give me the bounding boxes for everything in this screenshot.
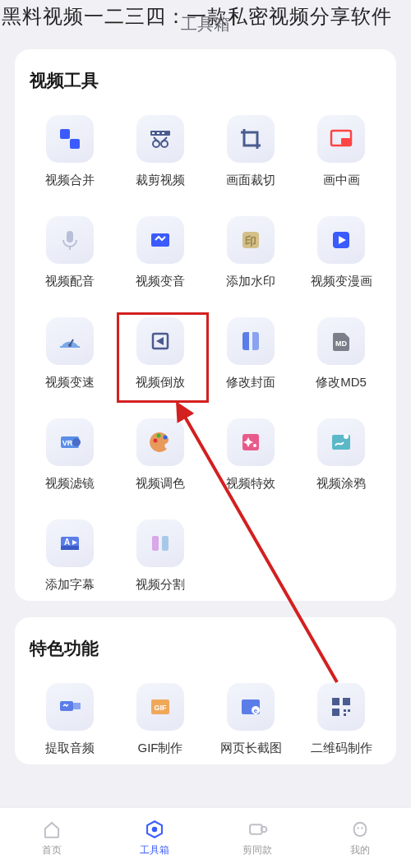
svg-rect-42 — [73, 703, 81, 709]
tool-label: 二维码制作 — [311, 741, 372, 756]
md5-icon: MD — [317, 317, 365, 365]
svg-rect-52 — [348, 709, 350, 712]
video-tools-card: 视频工具 视频合并裁剪视频画面裁切画中画视频配音视频变音印添加水印视频变漫画视频… — [15, 49, 396, 601]
section-title-featured: 特色功能 — [30, 637, 381, 660]
voice-icon — [136, 216, 184, 264]
svg-point-58 — [261, 827, 266, 833]
filter-icon: VR — [46, 418, 94, 466]
svg-marker-23 — [156, 337, 164, 345]
tool-label: 视频变速 — [45, 375, 95, 390]
tool-filter[interactable]: VR视频滤镜 — [30, 418, 110, 492]
speed-icon — [46, 317, 94, 365]
tool-label: 视频特效 — [226, 476, 275, 492]
merge-icon — [46, 115, 94, 163]
tool-label: 视频变音 — [136, 274, 185, 289]
bottom-nav: 首页工具箱剪同款我的 — [0, 807, 411, 868]
nav-label: 首页 — [42, 843, 62, 857]
tool-cover[interactable]: 修改封面 — [210, 317, 291, 390]
tool-label: 画面裁切 — [226, 173, 275, 188]
toolbox-icon — [144, 819, 165, 840]
svg-rect-12 — [67, 231, 73, 242]
nav-template[interactable]: 剪同款 — [206, 808, 308, 868]
tool-label: 视频合并 — [45, 173, 95, 188]
tool-label: 视频变漫画 — [311, 274, 372, 289]
tool-doodle[interactable]: 视频涂鸦 — [301, 418, 381, 492]
nav-home[interactable]: 首页 — [0, 808, 103, 868]
home-icon — [41, 819, 62, 840]
tool-label: GIF制作 — [138, 741, 183, 756]
featured-extract-audio[interactable]: 提取音频 — [30, 683, 110, 756]
svg-point-32 — [253, 444, 256, 447]
tool-merge[interactable]: 视频合并 — [30, 115, 110, 188]
featured-longshot[interactable]: e网页长截图 — [210, 683, 291, 756]
svg-point-60 — [357, 827, 358, 829]
tool-label: 添加水印 — [226, 274, 275, 289]
tool-label: 视频调色 — [136, 476, 185, 492]
tool-speed[interactable]: 视频变速 — [30, 317, 110, 390]
svg-text:VR: VR — [62, 439, 73, 447]
svg-point-21 — [68, 344, 72, 347]
fx-icon — [227, 418, 275, 466]
nav-profile[interactable]: 我的 — [308, 808, 411, 868]
svg-point-28 — [154, 439, 158, 443]
featured-qrcode[interactable]: 二维码制作 — [301, 683, 381, 756]
svg-rect-5 — [162, 132, 164, 134]
tool-label: 视频滤镜 — [45, 476, 95, 492]
tool-label: 视频配音 — [45, 274, 95, 289]
svg-rect-3 — [152, 132, 155, 134]
tool-label: 网页长截图 — [220, 741, 282, 756]
svg-rect-40 — [162, 536, 169, 551]
tool-pip[interactable]: 画中画 — [301, 115, 381, 188]
watermark-icon: 印 — [227, 216, 275, 264]
svg-text:A: A — [64, 538, 70, 547]
profile-icon — [349, 819, 371, 840]
tool-label: 画中画 — [323, 173, 360, 188]
svg-rect-59 — [353, 823, 366, 836]
cover-icon — [227, 317, 275, 365]
tool-fx[interactable]: 视频特效 — [210, 418, 291, 492]
tool-subtitle[interactable]: A添加字幕 — [30, 519, 110, 593]
tool-voice[interactable]: 视频变音 — [120, 216, 201, 289]
split-icon — [136, 519, 184, 567]
svg-rect-1 — [70, 139, 80, 149]
svg-point-34 — [344, 434, 349, 439]
svg-rect-57 — [250, 824, 262, 833]
tool-dub[interactable]: 视频配音 — [30, 216, 110, 289]
subtitle-icon: A — [46, 519, 94, 567]
svg-point-26 — [72, 438, 81, 446]
color-icon — [136, 418, 184, 466]
tool-color[interactable]: 视频调色 — [120, 418, 201, 492]
featured-gif[interactable]: GIFGIF制作 — [120, 683, 201, 756]
svg-point-29 — [157, 434, 161, 438]
tool-split[interactable]: 视频分割 — [120, 519, 201, 593]
svg-text:MD: MD — [335, 339, 347, 348]
featured-card: 特色功能 提取音频GIFGIF制作e网页长截图二维码制作 — [15, 617, 396, 764]
tool-label: 视频涂鸦 — [316, 476, 366, 492]
nav-label: 剪同款 — [242, 843, 272, 857]
nav-toolbox[interactable]: 工具箱 — [103, 808, 206, 868]
svg-rect-53 — [344, 713, 346, 716]
tool-cartoon[interactable]: 视频变漫画 — [301, 216, 381, 289]
svg-point-61 — [361, 827, 363, 829]
dub-icon — [46, 216, 94, 264]
tool-label: 裁剪视频 — [136, 173, 185, 188]
tool-label: 视频倒放 — [136, 375, 185, 390]
tool-watermark[interactable]: 印添加水印 — [210, 216, 291, 289]
svg-text:印: 印 — [245, 234, 256, 247]
tool-reverse[interactable]: 视频倒放 — [120, 317, 201, 390]
svg-rect-11 — [341, 138, 350, 145]
trim-icon — [136, 115, 184, 163]
extract-audio-icon — [46, 683, 94, 731]
cartoon-icon — [317, 216, 365, 264]
svg-text:e: e — [254, 707, 258, 714]
svg-rect-14 — [151, 233, 169, 247]
doodle-icon — [317, 418, 365, 466]
pip-icon — [317, 115, 365, 163]
svg-rect-49 — [343, 698, 350, 705]
reverse-icon — [136, 317, 184, 365]
tool-crop[interactable]: 画面裁切 — [210, 115, 291, 188]
tool-label: 修改MD5 — [316, 375, 367, 390]
tool-md5[interactable]: MD修改MD5 — [301, 317, 381, 390]
tool-label: 视频分割 — [136, 577, 185, 593]
tool-trim[interactable]: 裁剪视频 — [120, 115, 201, 188]
